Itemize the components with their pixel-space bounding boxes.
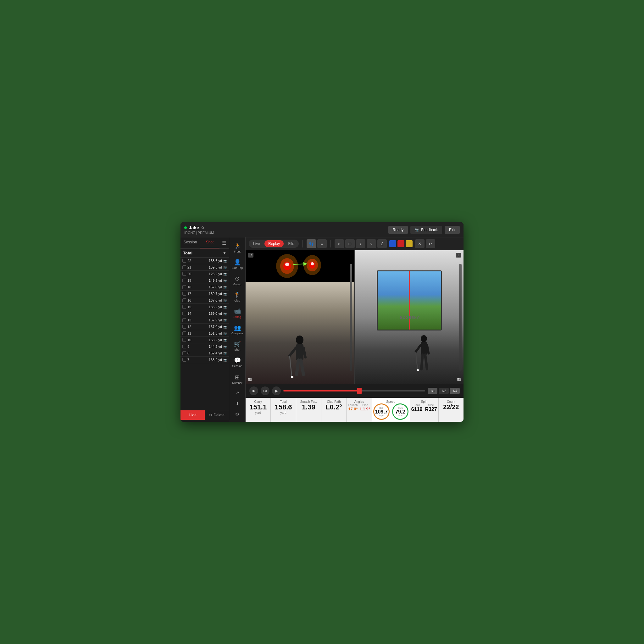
shot-checkbox[interactable] [182, 351, 186, 355]
page-1-1-button[interactable]: 1/1 [428, 388, 437, 394]
shot-distance: 167.9 yd [194, 318, 222, 322]
sidebar-item-session[interactable]: 💬 Session [229, 354, 245, 370]
shot-row[interactable]: 9 144.2 yd 📷 [180, 343, 229, 350]
feedback-button[interactable]: 📷 Feedback [410, 226, 442, 234]
shot-row[interactable]: 7 163.2 yd 📷 [180, 357, 229, 363]
shot-row[interactable]: 14 159.0 yd 📷 [180, 310, 229, 317]
svg-line-14 [301, 360, 303, 375]
exit-button[interactable]: Exit [445, 226, 460, 234]
footprint-tool-button[interactable]: 👣 [307, 239, 316, 248]
shot-checkbox[interactable] [182, 345, 186, 348]
ball-speed-circle: Ball 109.7 mph [373, 403, 390, 420]
golfer-right-svg [411, 333, 436, 371]
shot-checkbox[interactable] [182, 318, 186, 322]
group-icon: ⊙ [235, 275, 240, 282]
shot-checkbox[interactable] [182, 265, 186, 269]
shot-row[interactable]: 16 167.0 yd 📷 [180, 297, 229, 304]
stat-smash: Smash Fac. 1.39 [296, 398, 321, 422]
sidebar-item-swing[interactable]: 📹 Swing [229, 305, 245, 321]
tab-shot[interactable]: Shot [200, 237, 219, 248]
gear-icon: ⚙ [209, 413, 213, 417]
svg-line-19 [416, 345, 421, 352]
file-button[interactable]: File [284, 240, 298, 247]
progress-thumb [357, 388, 362, 394]
hide-button[interactable]: Hide [180, 410, 205, 420]
shot-number: 11 [187, 331, 193, 335]
shot-checkbox[interactable] [182, 305, 186, 309]
color-blue-button[interactable] [389, 240, 396, 247]
svg-point-7 [311, 262, 314, 265]
circle-tool-button[interactable]: ○ [335, 239, 344, 248]
shot-row[interactable]: 8 152.4 yd 📷 [180, 350, 229, 357]
shot-row[interactable]: 13 167.9 yd 📷 [180, 317, 229, 324]
clear-tool-button[interactable]: ✕ [415, 239, 425, 248]
club-label: Club [234, 299, 240, 302]
rewind-button[interactable]: ⏮ [249, 386, 258, 395]
shot-checkbox[interactable] [182, 259, 186, 263]
user-name: Jake [189, 225, 199, 230]
sidebar-item-share[interactable]: ↗ [229, 388, 245, 398]
user-subtitle: IRON7 | PREMIUM [184, 231, 385, 235]
sidebar-item-settings[interactable]: ⚙ [229, 409, 245, 419]
shot-checkbox[interactable] [182, 325, 186, 329]
heatmap-svg [268, 252, 331, 280]
shot-row[interactable]: 22 158.6 yd 📷 [180, 258, 229, 264]
shot-row[interactable]: 19 149.5 yd 📷 [180, 277, 229, 284]
shot-checkbox[interactable] [182, 292, 186, 296]
sidebar-item-side-top[interactable]: 👤 Side-Top [229, 256, 245, 272]
video-label-r: R [248, 253, 253, 258]
sidebar-item-front[interactable]: 🏃 Front [229, 240, 245, 256]
sidebar-item-compare[interactable]: 👥 Compare [229, 322, 245, 337]
sidebar-item-number[interactable]: ⊞ Number [229, 371, 245, 387]
line-tool-button[interactable]: / [356, 239, 365, 248]
shot-row[interactable]: 15 135.2 yd 📷 [180, 304, 229, 310]
page-1-4-button[interactable]: 1/4 [450, 388, 460, 394]
color-yellow-button[interactable] [406, 240, 413, 247]
angle-tool-button[interactable]: ∠ [377, 239, 387, 248]
tab-session[interactable]: Session [180, 237, 200, 248]
live-button[interactable]: Live [249, 240, 264, 247]
page-1-2-button[interactable]: 1/2 [439, 388, 448, 394]
play-button[interactable]: ▶ [272, 386, 281, 395]
shot-camera-icon: 📷 [223, 345, 227, 348]
sidebar-item-group[interactable]: ⊙ Group [229, 273, 245, 288]
shot-checkbox[interactable] [182, 279, 186, 282]
sidebar-item-shot[interactable]: 🛒 Shot [229, 338, 245, 354]
shot-row[interactable]: 18 157.0 yd 📷 [180, 284, 229, 291]
shot-number: 20 [187, 272, 193, 276]
shot-row[interactable]: 10 158.2 yd 📷 [180, 337, 229, 343]
delete-button[interactable]: ⚙ Delete [205, 410, 229, 420]
video-panel-left: R 50 [246, 250, 355, 384]
color-red-button[interactable] [397, 240, 404, 247]
left-person-area [246, 282, 354, 384]
shot-checkbox[interactable] [182, 272, 186, 276]
shot-row[interactable]: 17 159.7 yd 📷 [180, 291, 229, 297]
shot-checkbox[interactable] [182, 298, 186, 302]
ball-speed-unit: mph [379, 414, 384, 417]
step-back-button[interactable]: ⏭ [261, 386, 269, 395]
shot-number: 12 [187, 325, 193, 329]
ready-button[interactable]: Ready [388, 226, 408, 234]
shot-row[interactable]: 12 167.0 yd 📷 [180, 324, 229, 330]
shot-camera-icon: 📷 [223, 272, 227, 276]
shot-row[interactable]: 21 159.8 yd 📷 [180, 264, 229, 271]
golf-screen [377, 270, 442, 330]
curve-tool-button[interactable]: ∿ [367, 239, 376, 248]
progress-track[interactable] [283, 390, 425, 391]
list-tool-button[interactable]: ≡ [317, 239, 327, 248]
rect-tool-button[interactable]: □ [345, 239, 355, 248]
shot-checkbox[interactable] [182, 331, 186, 335]
undo-tool-button[interactable]: ↩ [426, 239, 435, 248]
shot-checkbox[interactable] [182, 338, 186, 342]
svg-line-12 [303, 348, 305, 357]
shot-checkbox[interactable] [182, 285, 186, 289]
replay-button[interactable]: Replay [264, 240, 284, 247]
shot-number: 9 [187, 345, 193, 348]
sidebar-item-club[interactable]: 🏌 Club [229, 289, 245, 305]
sidebar-item-download[interactable]: ⬇ [229, 398, 245, 408]
shot-checkbox[interactable] [182, 312, 186, 315]
shot-checkbox[interactable] [182, 358, 186, 362]
shot-row[interactable]: 11 151.3 yd 📷 [180, 330, 229, 337]
hamburger-button[interactable]: ☰ [219, 237, 229, 248]
shot-row[interactable]: 20 125.2 yd 📷 [180, 271, 229, 277]
